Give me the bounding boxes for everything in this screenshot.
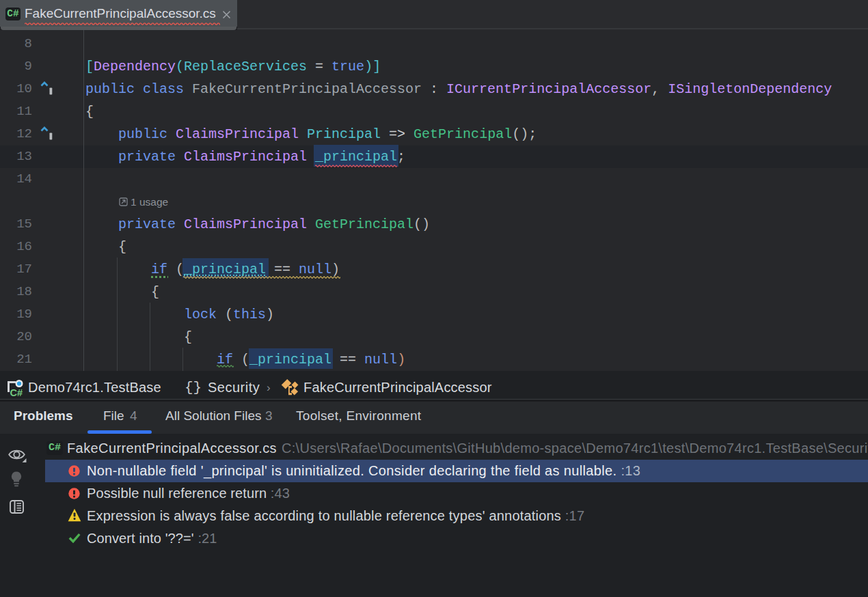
svg-text:C#: C#	[10, 387, 23, 398]
